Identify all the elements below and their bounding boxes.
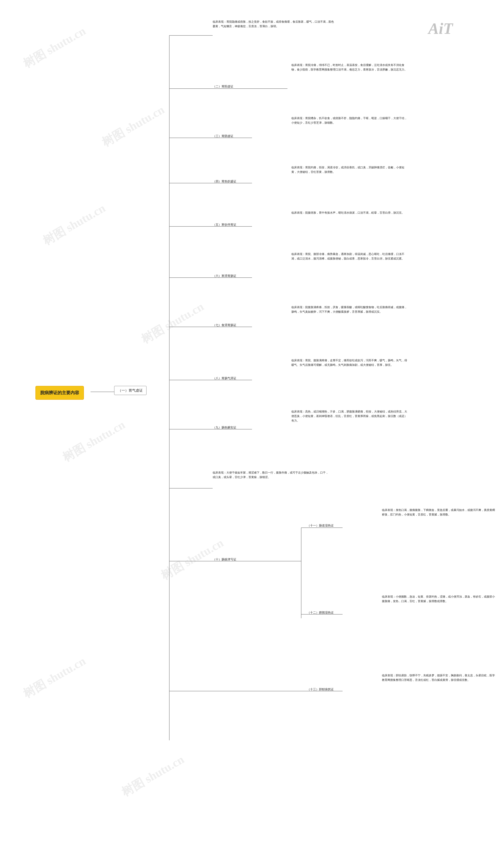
branch-13-label: （十三）胆郁痰扰证 — [307, 688, 334, 691]
ait-logo: AiT — [428, 20, 453, 38]
branch-13-content: 临床表现：胆怯易惊，惊悸不宁，失眠多梦，烦躁不安，胸胁胀闷，善太息，头晕目眩，医… — [382, 673, 496, 683]
branch-5-content: 临床表现：脘腹痞胀，胃中有振水声，呕吐清水痰涎，口淡不渴，眩晕，舌苔白滑，脉沉弦… — [291, 211, 410, 215]
branch-12-content: 临床表现：小便频数，急迫，短黄、排尿灼热，涩痛，或小便浑浊，尿血，有砂石，或腹部… — [382, 595, 496, 604]
branch-10-label: （十）肠燥津亏证 — [213, 558, 236, 561]
branch-7-content: 临床表现：脘腹胀满疼痛，拒按，厌食，嗳腐吞酸，或呕吐酸馊食物，吐后胀痛得减，或腹… — [291, 305, 410, 314]
branch-8-content: 临床表现：胃脘、腹胀满疼痛，走窜不定，痛而欲吐或欲泻，泻而不爽，嗳气，肠鸣，矢气… — [291, 358, 410, 367]
branch-11-content: 临床表现：身热口渴，腹痛腹胀，下痢脓血，里急后重，或暴泻如水，或腹泻不爽，粪质黄… — [382, 508, 496, 517]
branch-6-label: （六）寒滞胃肠证 — [213, 274, 236, 278]
branch-2-label: （二）胃阳虚证 — [213, 85, 233, 88]
branch-8-label: （八）胃肠气滞证 — [213, 377, 236, 380]
branch-6-content: 临床表现：胃脘、腹部冷痛，痛势暴急，遇寒加剧，得温则减，恶心呕吐，吐后痛缓，口淡… — [291, 252, 410, 261]
branch-12-label: （十二）膀胱湿热证 — [307, 611, 334, 615]
branch-9-content: 临床表现：高热，或日晡潮热，汗多，口渴，脐腹胀满硬痛，拒按，大便秘结，或热结旁流… — [291, 410, 410, 423]
branch-4-label: （四）胃热炽盛证 — [213, 180, 236, 183]
root-node: 脘病辨证的主要内容 — [35, 386, 84, 400]
branch-3-label: （三）胃阴虚证 — [213, 134, 233, 138]
branch-9-label: （九）肠热腑实证 — [213, 426, 236, 430]
branch-1-content: 临床表现：胃脘隐痛或痞胀，按之觉舒，食欲不振，或得食痛缓，食后胀甚，嗳气，口淡不… — [213, 20, 335, 29]
branch-3-content: 临床表现：胃脘嘈杂，饥不欲食，或痞胀不舒，隐隐灼痛，干呕，呃逆，口燥咽干，大便干… — [291, 116, 410, 125]
branch-5-label: （五）寒饮停胃证 — [213, 223, 236, 227]
branch-2-content: 临床表现：胃脘冷痛，绵绵不已，时发时止，喜温喜按，食后缓解，泛吐清水或夹有不消化… — [291, 63, 410, 72]
branch-10-top-content: 临床表现：大便干燥如羊屎，艰涩难下，数日一行，腹胀作痛，或可于左少腹触及包块，口… — [213, 471, 331, 480]
branch-11-label: （十一）肠道湿热证 — [307, 524, 334, 527]
branch-4-content: 临床表现：胃脘灼痛，拒按，渴喜冷饮，或消谷善饥，或口臭，牙龈肿痛溃烂，齿衄，小便… — [291, 165, 410, 175]
branch-7-label: （七）食滞胃肠证 — [213, 323, 236, 327]
level1-node: （一）胃气虚证 — [114, 386, 146, 395]
